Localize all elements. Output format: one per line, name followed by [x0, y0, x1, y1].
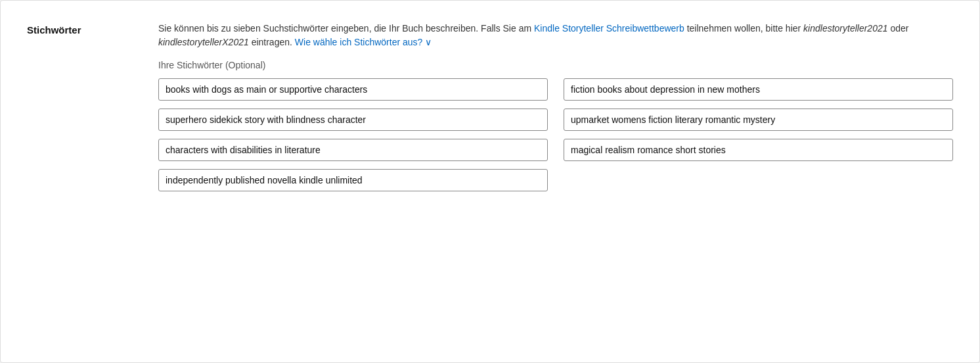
section-label-area: Stichwörter [27, 22, 158, 341]
keyword-input-7[interactable] [158, 169, 548, 191]
keyword-input-3[interactable] [158, 109, 548, 131]
section-content-area: Sie können bis zu sieben Suchstichwörter… [158, 22, 953, 341]
section-title: Stichwörter [27, 24, 81, 36]
description-text: Sie können bis zu sieben Suchstichwörter… [158, 22, 953, 49]
how-to-choose-link[interactable]: Wie wähle ich Stichwörter aus? ∨ [295, 37, 432, 47]
keyword-input-1[interactable] [158, 78, 548, 101]
keywords-label: Ihre Stichwörter (Optional) [158, 60, 953, 70]
italic-keyword1: kindlestoryteller2021 [803, 23, 887, 34]
desc-part3: oder [888, 23, 909, 34]
desc-part4: eintragen. [249, 37, 295, 47]
keyword-input-6[interactable] [564, 139, 953, 161]
keyword-input-4[interactable] [564, 109, 953, 131]
keywords-optional: (Optional) [225, 60, 265, 70]
italic-keyword2: kindlestorytellerX2021 [158, 37, 249, 47]
keywords-grid [158, 78, 953, 191]
desc-part2: teilnehmen wollen, bitte hier [684, 23, 803, 34]
keyword-input-5[interactable] [158, 139, 548, 161]
desc-part1: Sie können bis zu sieben Suchstichwörter… [158, 23, 534, 34]
kindle-storyteller-link[interactable]: Kindle Storyteller Schreibwettbewerb [534, 23, 684, 34]
keyword-input-2[interactable] [564, 78, 953, 101]
main-container: Stichwörter Sie können bis zu sieben Suc… [0, 0, 980, 363]
